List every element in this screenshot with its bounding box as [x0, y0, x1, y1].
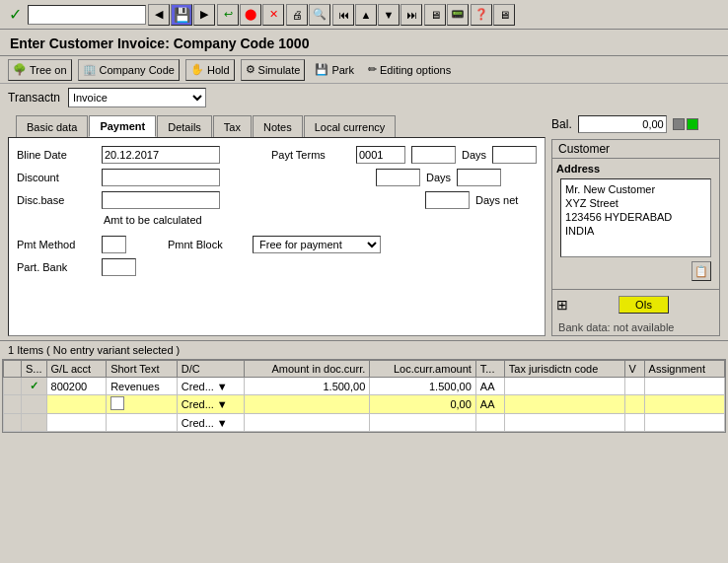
discbase-input[interactable] — [102, 191, 220, 209]
days1-amount[interactable] — [492, 146, 537, 164]
row-dc2: Cred... ▼ — [177, 395, 244, 414]
items-header: 1 Items ( No entry variant selected ) — [0, 341, 728, 359]
next-btn[interactable]: ▼ — [378, 4, 400, 26]
days1-input[interactable] — [411, 146, 456, 164]
tab-payment[interactable]: Payment — [89, 115, 156, 137]
table-row: Cred... ▼ 0,00 AA — [4, 395, 725, 414]
transaction-select[interactable]: Invoice — [68, 88, 206, 107]
pmt-method-row: Pmt Method Pmnt Block Free for payment — [17, 236, 537, 253]
table-icon: ⊞ — [556, 297, 568, 313]
park-btn[interactable]: 💾 Park — [311, 59, 358, 81]
customer-panel: Bal. Customer Address Mr. New Customer X… — [551, 115, 720, 336]
row-v — [624, 378, 644, 395]
col-assignment: Assignment — [644, 361, 724, 378]
bline-date-input[interactable] — [102, 146, 220, 164]
cancel-btn[interactable]: ✕ — [262, 4, 284, 26]
discbase-label: Disc.base — [17, 194, 96, 206]
days-net-input[interactable] — [425, 191, 470, 209]
items-table: S... G/L acct Short Text D/C Amount in d… — [3, 360, 725, 432]
company-code-btn[interactable]: 🏢 Company Code — [78, 59, 180, 81]
customer-city: 123456 HYDERABAD — [565, 211, 706, 223]
discount-input[interactable] — [102, 169, 220, 186]
pmt-method-input[interactable] — [102, 236, 126, 253]
col-v: V — [624, 361, 644, 378]
print-btn[interactable]: 🖨 — [286, 4, 308, 26]
find-btn[interactable]: 🔍 — [309, 4, 330, 26]
bline-date-row: Bline Date Payt Terms Days — [17, 146, 537, 164]
row-short-text2 — [107, 395, 178, 414]
customer-street: XYZ Street — [565, 197, 706, 209]
ois-button[interactable]: OIs — [619, 296, 669, 314]
row-amount[interactable]: 1.500,00 — [245, 378, 370, 395]
nav-back-btn[interactable]: ◀ — [148, 4, 170, 26]
config-btn[interactable]: 📟 — [447, 4, 469, 26]
undo-btn[interactable]: ↩ — [217, 4, 239, 26]
row-amount2[interactable] — [245, 395, 370, 414]
tabs-row: Basic data Payment Details Tax Notes Loc… — [8, 115, 546, 137]
row-status3 — [22, 414, 47, 432]
part-bank-label: Part. Bank — [17, 261, 96, 273]
part-bank-row: Part. Bank — [17, 258, 537, 276]
col-s: S... — [22, 361, 47, 378]
first-btn[interactable]: ⏮ — [332, 4, 354, 26]
payt-terms-label: Payt Terms — [271, 149, 350, 161]
pmnt-block-label: Pmnt Block — [168, 239, 247, 250]
transaction-row: Transactn Invoice — [0, 84, 728, 111]
row-t3 — [475, 414, 504, 432]
nav-fwd-btn[interactable]: ▶ — [193, 4, 215, 26]
save-btn[interactable]: 💾 — [171, 4, 192, 26]
tab-notes[interactable]: Notes — [253, 115, 303, 137]
gui-btn[interactable]: 🖥 — [493, 4, 515, 26]
pmt-method-label: Pmt Method — [17, 239, 96, 250]
light-gray — [673, 118, 685, 130]
tree-on-btn[interactable]: 🌳 Tree on — [8, 59, 72, 81]
prev-btn[interactable]: ▲ — [355, 4, 377, 26]
row-tax-code2 — [504, 395, 624, 414]
nav-input[interactable] — [28, 5, 146, 25]
row-gl-acct3[interactable] — [46, 414, 107, 432]
simulate-icon: ⚙ — [246, 63, 255, 76]
payt-terms-input[interactable] — [356, 146, 405, 164]
customer-address: Mr. New Customer XYZ Street 123456 HYDER… — [560, 178, 711, 257]
customer-country: INDIA — [565, 225, 706, 237]
row-gl-acct[interactable]: 800200 — [46, 378, 107, 395]
row-tax-code — [504, 378, 624, 395]
simulate-btn[interactable]: ⚙ Simulate — [241, 59, 306, 81]
amt-calc-label: Amt to be calculated — [104, 214, 202, 226]
row-short-text: Revenues — [107, 378, 178, 395]
row-amount3[interactable] — [245, 414, 370, 432]
row-gl-acct2[interactable] — [46, 395, 107, 414]
park-icon: 💾 — [315, 63, 328, 76]
pmnt-block-select[interactable]: Free for payment — [253, 236, 381, 253]
tab-local-currency[interactable]: Local currency — [304, 115, 397, 137]
customer-section-label: Customer — [552, 140, 719, 159]
bal-label: Bal. — [551, 117, 572, 131]
tab-details[interactable]: Details — [157, 115, 212, 137]
content-area: Basic data Payment Details Tax Notes Loc… — [0, 111, 728, 340]
row-indicator3 — [4, 414, 22, 432]
col-amount: Amount in doc.curr. — [245, 361, 370, 378]
days2-amount[interactable] — [457, 169, 501, 186]
layout-btn[interactable]: 🖥 — [424, 4, 446, 26]
light-green — [687, 118, 698, 130]
bal-input[interactable] — [578, 115, 667, 133]
tab-basic-data[interactable]: Basic data — [16, 115, 88, 137]
last-btn[interactable]: ⏭ — [400, 4, 422, 26]
address-icon[interactable]: 📋 — [692, 261, 711, 281]
table-row: ✓ 800200 Revenues Cred... ▼ 1.500,00 1.5… — [4, 378, 725, 395]
row-loc-amount: 1.500,00 — [370, 378, 476, 395]
row-assignment — [644, 378, 724, 395]
editing-options-btn[interactable]: ✏ Editing options — [364, 59, 455, 81]
row-t: AA — [475, 378, 504, 395]
stop-btn[interactable]: ⬤ — [240, 4, 261, 26]
days2-input[interactable] — [376, 169, 420, 186]
discount-row: Discount Days — [17, 169, 537, 186]
tab-tax[interactable]: Tax — [213, 115, 252, 137]
part-bank-input[interactable] — [102, 258, 136, 276]
help-btn[interactable]: ❓ — [471, 4, 492, 26]
table-row: Cred... ▼ — [4, 414, 725, 432]
tree-icon: 🌳 — [13, 63, 27, 76]
hold-btn[interactable]: ✋ Hold — [185, 59, 235, 81]
bal-row: Bal. — [551, 115, 720, 133]
row-assignment2 — [644, 395, 724, 414]
